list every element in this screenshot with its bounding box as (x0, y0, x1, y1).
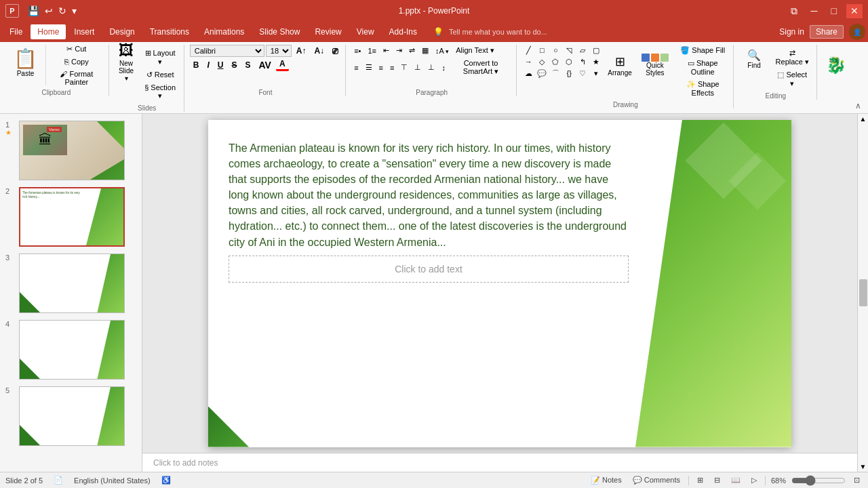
shape-oval[interactable]: ○ (549, 45, 561, 56)
zoom-slider[interactable] (791, 475, 846, 486)
align-center-button[interactable]: ☰ (363, 62, 375, 73)
shape-arrow-right[interactable]: → (522, 56, 534, 67)
bullets-button[interactable]: ≡• (351, 45, 363, 56)
new-slide-button[interactable]: 🖼 NewSlide ▾ (115, 45, 138, 79)
slide-2[interactable]: The Armenian plateau is known for its ve… (208, 120, 791, 447)
find-button[interactable]: 🔍 Find (739, 47, 770, 70)
arrange-button[interactable]: ⊞ Arrange (604, 53, 636, 78)
shape-fill-button[interactable]: 🪣 Shape Fill (677, 45, 729, 56)
slide-thumb-5[interactable]: 5 (4, 385, 138, 447)
replace-button[interactable]: ⇄ Replace ▾ (772, 47, 812, 68)
italic-button[interactable]: I (203, 60, 212, 70)
shape-effects-button[interactable]: ✨ Shape Effects (677, 79, 729, 98)
font-family-select[interactable]: Calibri (190, 45, 264, 57)
slide-preview-3[interactable] (19, 253, 125, 313)
slide-sorter-button[interactable]: ⊟ (711, 475, 723, 485)
menu-design[interactable]: Design (102, 24, 141, 39)
notes-input-area[interactable]: Click to add notes (142, 453, 857, 472)
shadow-button[interactable]: S (241, 60, 254, 70)
menu-insert[interactable]: Insert (67, 24, 101, 39)
slide-canvas[interactable]: The Armenian plateau is known for its ve… (142, 114, 857, 453)
shape-rounded-rect[interactable]: ▢ (590, 45, 602, 56)
slide-preview-4[interactable] (19, 320, 125, 380)
collapse-ribbon-button[interactable]: ∧ (852, 100, 864, 112)
notes-panel-button[interactable]: 📝 Notes (588, 475, 625, 485)
minimize-button[interactable]: ─ (807, 4, 822, 18)
shape-parallelogram[interactable]: ▱ (576, 45, 589, 56)
increase-font-button[interactable]: A↑ (293, 45, 310, 56)
shape-pentagon[interactable]: ⬠ (549, 56, 561, 67)
strikethrough-button[interactable]: S (228, 60, 240, 70)
align-bottom-button[interactable]: ⊥ (425, 62, 437, 73)
convert-smartart-button[interactable]: Convert to SmartArt ▾ (450, 58, 512, 77)
bold-button[interactable]: B (190, 60, 203, 70)
align-top-button[interactable]: ⊤ (398, 62, 410, 73)
shape-outline-button[interactable]: ▭ Shape Outline (677, 58, 729, 77)
align-right-button[interactable]: ≡ (376, 62, 386, 73)
comments-button[interactable]: 💬 Comments (630, 475, 683, 485)
shape-rect[interactable]: □ (536, 45, 548, 56)
clear-format-button[interactable]: ⎚ (329, 45, 341, 57)
align-left-button[interactable]: ≡ (351, 62, 361, 73)
shape-more[interactable]: ▾ (590, 68, 602, 79)
slide-thumb-1[interactable]: 1 ★ 🏛 Vansc (4, 119, 138, 182)
menu-view[interactable]: View (350, 24, 381, 39)
accessibility-button[interactable]: ♿ (159, 475, 174, 485)
copy-button[interactable]: ⎘ Copy (49, 56, 104, 67)
slide-preview-5[interactable] (19, 386, 125, 446)
restore-down-button[interactable]: ⧉ (787, 4, 802, 18)
quick-styles-button[interactable]: Quick Styles (637, 52, 673, 78)
slide-thumb-3[interactable]: 3 (4, 252, 138, 314)
reset-button[interactable]: ↺ Reset (140, 69, 179, 81)
slide-preview-2[interactable]: The Armenian plateau is known for its ve… (19, 187, 125, 247)
save-qat-button[interactable]: 💾 (26, 4, 41, 18)
slide-thumb-4[interactable]: 4 (4, 319, 138, 381)
shape-bracket[interactable]: {} (563, 68, 575, 79)
format-painter-button[interactable]: 🖌 Format Painter (49, 68, 104, 87)
menu-animations[interactable]: Animations (197, 24, 251, 39)
shape-arrow-curved[interactable]: ↰ (576, 56, 589, 67)
menu-file[interactable]: File (3, 24, 29, 39)
numbering-button[interactable]: 1≡ (365, 45, 379, 56)
slide-preview-1[interactable]: 🏛 Vansc (19, 121, 125, 180)
shape-star[interactable]: ★ (590, 56, 602, 67)
font-color-button[interactable]: A (276, 58, 289, 71)
decrease-indent-button[interactable]: ⇤ (380, 45, 392, 56)
reading-view-button[interactable]: 📖 (728, 475, 743, 485)
shape-right-tri[interactable]: ◹ (563, 45, 575, 56)
shape-hexagon[interactable]: ⬡ (563, 56, 575, 67)
select-button[interactable]: ⬚ Select ▾ (772, 69, 812, 89)
slideshow-button[interactable]: ▷ (749, 475, 760, 485)
share-button[interactable]: Share (810, 25, 844, 39)
menu-home[interactable]: Home (31, 24, 66, 39)
section-button[interactable]: § Section ▾ (140, 82, 179, 102)
shape-line[interactable]: ╱ (522, 45, 534, 56)
increase-indent-button[interactable]: ⇥ (393, 45, 405, 56)
normal-view-button[interactable]: ⊞ (694, 475, 706, 485)
shape-diamond[interactable]: ◇ (536, 56, 548, 67)
vertical-scrollbar[interactable]: ▲ ▼ (857, 114, 868, 472)
scroll-up-button[interactable]: ▲ (860, 115, 867, 123)
undo-qat-button[interactable]: ↩ (43, 4, 55, 18)
underline-button[interactable]: U (214, 60, 227, 70)
main-text-box[interactable]: The Armenian plateau is known for its ve… (229, 140, 629, 250)
line-spacing-button[interactable]: ↕ (439, 62, 448, 73)
maximize-button[interactable]: □ (827, 4, 841, 18)
align-middle-button[interactable]: ⊥ (412, 62, 424, 73)
char-spacing-button[interactable]: AV (256, 59, 275, 71)
shape-callout[interactable]: 💬 (536, 68, 548, 79)
customize-qat-button[interactable]: ▾ (70, 4, 79, 18)
menu-review[interactable]: Review (308, 24, 348, 39)
close-button[interactable]: ✕ (846, 4, 863, 18)
slide-thumb-2[interactable]: 2 The Armenian plateau is known for its … (4, 186, 138, 248)
shape-cloud[interactable]: ☁ (522, 68, 534, 79)
tell-me-bar[interactable]: 💡 Tell me what you want to do... (428, 27, 553, 37)
text-direction-button[interactable]: ↕A ▾ (433, 45, 452, 56)
font-size-select[interactable]: 18 (266, 45, 292, 57)
menu-slideshow[interactable]: Slide Show (252, 24, 307, 39)
align-text-button[interactable]: Align Text ▾ (453, 45, 497, 56)
cut-button[interactable]: ✂ Cut (49, 43, 104, 55)
redo-qat-button[interactable]: ↻ (56, 4, 68, 18)
paste-button[interactable]: 📋 Paste (8, 45, 43, 80)
sign-in-button[interactable]: Sign in (779, 27, 804, 37)
